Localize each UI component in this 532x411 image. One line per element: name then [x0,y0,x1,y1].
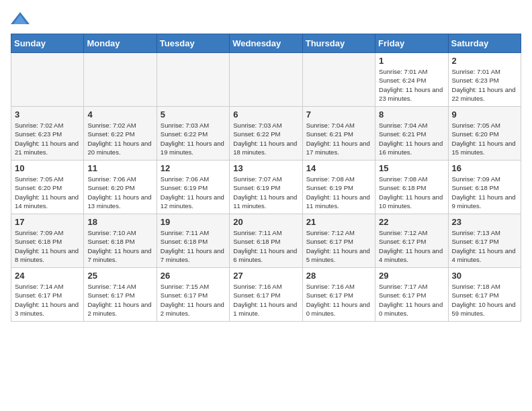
calendar-cell: 9Sunrise: 7:05 AM Sunset: 6:20 PM Daylig… [448,107,521,161]
calendar-header: SundayMondayTuesdayWednesdayThursdayFrid… [11,34,521,53]
calendar-cell: 29Sunrise: 7:17 AM Sunset: 6:17 PM Dayli… [375,268,448,322]
day-number: 5 [161,109,226,120]
day-info: Sunrise: 7:03 AM Sunset: 6:22 PM Dayligh… [233,121,298,156]
day-number: 6 [233,109,298,120]
calendar-cell: 15Sunrise: 7:08 AM Sunset: 6:18 PM Dayli… [375,161,448,214]
day-info: Sunrise: 7:05 AM Sunset: 6:20 PM Dayligh… [15,175,80,210]
weekday-header-thursday: Thursday [302,34,375,53]
calendar-cell: 28Sunrise: 7:16 AM Sunset: 6:17 PM Dayli… [302,268,375,322]
calendar-cell: 4Sunrise: 7:02 AM Sunset: 6:22 PM Daylig… [84,107,157,161]
calendar-cell: 27Sunrise: 7:16 AM Sunset: 6:17 PM Dayli… [230,268,302,322]
day-number: 23 [452,217,517,227]
calendar-body: 1Sunrise: 7:01 AM Sunset: 6:24 PM Daylig… [11,53,521,322]
calendar-cell: 23Sunrise: 7:13 AM Sunset: 6:17 PM Dayli… [448,214,521,268]
day-number: 15 [379,163,444,173]
calendar-week-row: 10Sunrise: 7:05 AM Sunset: 6:20 PM Dayli… [11,161,521,214]
calendar-cell: 8Sunrise: 7:04 AM Sunset: 6:21 PM Daylig… [375,107,448,161]
weekday-header-row: SundayMondayTuesdayWednesdayThursdayFrid… [11,34,521,53]
day-number: 16 [452,163,517,173]
day-info: Sunrise: 7:03 AM Sunset: 6:22 PM Dayligh… [161,121,226,156]
day-number: 22 [379,217,444,227]
calendar-table: SundayMondayTuesdayWednesdayThursdayFrid… [11,34,521,322]
day-info: Sunrise: 7:18 AM Sunset: 6:17 PM Dayligh… [452,282,517,318]
day-info: Sunrise: 7:11 AM Sunset: 6:18 PM Dayligh… [161,228,226,264]
day-number: 29 [379,271,444,281]
calendar-cell [230,53,302,107]
day-info: Sunrise: 7:01 AM Sunset: 6:23 PM Dayligh… [452,67,517,103]
day-info: Sunrise: 7:15 AM Sunset: 6:17 PM Dayligh… [161,282,226,318]
calendar-week-row: 1Sunrise: 7:01 AM Sunset: 6:24 PM Daylig… [11,53,521,107]
calendar-cell: 21Sunrise: 7:12 AM Sunset: 6:17 PM Dayli… [302,214,375,268]
day-info: Sunrise: 7:12 AM Sunset: 6:17 PM Dayligh… [379,228,444,264]
day-info: Sunrise: 7:11 AM Sunset: 6:18 PM Dayligh… [233,228,298,264]
day-info: Sunrise: 7:16 AM Sunset: 6:17 PM Dayligh… [306,282,371,318]
day-info: Sunrise: 7:04 AM Sunset: 6:21 PM Dayligh… [379,121,444,156]
calendar-cell [84,53,157,107]
calendar-cell: 22Sunrise: 7:12 AM Sunset: 6:17 PM Dayli… [375,214,448,268]
day-number: 10 [15,163,80,173]
day-number: 21 [306,217,371,227]
weekday-header-tuesday: Tuesday [157,34,229,53]
day-number: 1 [379,56,444,66]
day-info: Sunrise: 7:09 AM Sunset: 6:18 PM Dayligh… [15,228,80,264]
weekday-header-friday: Friday [375,34,448,53]
calendar-cell: 16Sunrise: 7:09 AM Sunset: 6:18 PM Dayli… [448,161,521,214]
day-number: 20 [233,217,298,227]
day-number: 7 [306,109,371,120]
calendar-cell [157,53,229,107]
day-number: 9 [452,109,517,120]
day-number: 4 [87,109,152,120]
calendar-cell: 2Sunrise: 7:01 AM Sunset: 6:23 PM Daylig… [448,53,521,107]
day-info: Sunrise: 7:10 AM Sunset: 6:18 PM Dayligh… [87,228,152,264]
day-info: Sunrise: 7:14 AM Sunset: 6:17 PM Dayligh… [15,282,80,318]
day-number: 8 [379,109,444,120]
day-number: 12 [161,163,226,173]
calendar-cell: 10Sunrise: 7:05 AM Sunset: 6:20 PM Dayli… [11,161,84,214]
calendar-cell: 7Sunrise: 7:04 AM Sunset: 6:21 PM Daylig… [302,107,375,161]
weekday-header-wednesday: Wednesday [230,34,302,53]
day-info: Sunrise: 7:05 AM Sunset: 6:20 PM Dayligh… [452,121,517,156]
calendar-cell: 24Sunrise: 7:14 AM Sunset: 6:17 PM Dayli… [11,268,84,322]
calendar-week-row: 17Sunrise: 7:09 AM Sunset: 6:18 PM Dayli… [11,214,521,268]
calendar-cell: 17Sunrise: 7:09 AM Sunset: 6:18 PM Dayli… [11,214,84,268]
day-number: 17 [15,217,80,227]
logo [11,11,32,26]
day-number: 25 [87,271,152,281]
calendar-cell: 1Sunrise: 7:01 AM Sunset: 6:24 PM Daylig… [375,53,448,107]
calendar-cell: 14Sunrise: 7:08 AM Sunset: 6:19 PM Dayli… [302,161,375,214]
calendar-cell [302,53,375,107]
day-number: 28 [306,271,371,281]
day-number: 2 [452,56,517,66]
calendar-cell: 3Sunrise: 7:02 AM Sunset: 6:23 PM Daylig… [11,107,84,161]
day-info: Sunrise: 7:16 AM Sunset: 6:17 PM Dayligh… [233,282,298,318]
calendar-cell: 6Sunrise: 7:03 AM Sunset: 6:22 PM Daylig… [230,107,302,161]
day-info: Sunrise: 7:13 AM Sunset: 6:17 PM Dayligh… [452,228,517,264]
calendar-cell: 19Sunrise: 7:11 AM Sunset: 6:18 PM Dayli… [157,214,229,268]
calendar-cell: 26Sunrise: 7:15 AM Sunset: 6:17 PM Dayli… [157,268,229,322]
day-info: Sunrise: 7:06 AM Sunset: 6:19 PM Dayligh… [161,175,226,210]
calendar-cell: 18Sunrise: 7:10 AM Sunset: 6:18 PM Dayli… [84,214,157,268]
weekday-header-monday: Monday [84,34,157,53]
logo-icon [11,11,30,26]
day-number: 27 [233,271,298,281]
day-info: Sunrise: 7:04 AM Sunset: 6:21 PM Dayligh… [306,121,371,156]
day-number: 14 [306,163,371,173]
day-info: Sunrise: 7:02 AM Sunset: 6:23 PM Dayligh… [15,121,80,156]
day-info: Sunrise: 7:08 AM Sunset: 6:19 PM Dayligh… [306,175,371,210]
day-number: 19 [161,217,226,227]
calendar-cell: 13Sunrise: 7:07 AM Sunset: 6:19 PM Dayli… [230,161,302,214]
day-number: 26 [161,271,226,281]
calendar-cell: 12Sunrise: 7:06 AM Sunset: 6:19 PM Dayli… [157,161,229,214]
weekday-header-sunday: Sunday [11,34,84,53]
day-number: 24 [15,271,80,281]
calendar-week-row: 3Sunrise: 7:02 AM Sunset: 6:23 PM Daylig… [11,107,521,161]
day-info: Sunrise: 7:17 AM Sunset: 6:17 PM Dayligh… [379,282,444,318]
header [11,11,521,26]
day-info: Sunrise: 7:14 AM Sunset: 6:17 PM Dayligh… [87,282,152,318]
calendar-cell: 30Sunrise: 7:18 AM Sunset: 6:17 PM Dayli… [448,268,521,322]
day-info: Sunrise: 7:08 AM Sunset: 6:18 PM Dayligh… [379,175,444,210]
day-info: Sunrise: 7:09 AM Sunset: 6:18 PM Dayligh… [452,175,517,210]
day-number: 13 [233,163,298,173]
weekday-header-saturday: Saturday [448,34,521,53]
calendar-cell [11,53,84,107]
